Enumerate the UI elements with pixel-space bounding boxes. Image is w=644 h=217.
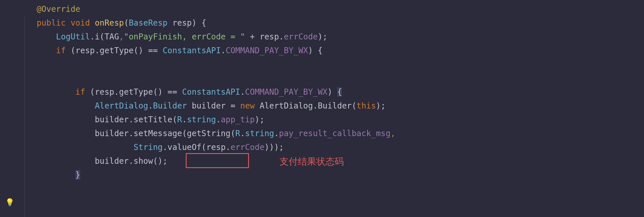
keyword-public: public bbox=[37, 18, 66, 28]
line-end: ); bbox=[255, 115, 264, 124]
code-area[interactable]: @Override public void onResp(BaseResp re… bbox=[17, 0, 644, 217]
r-class: R bbox=[235, 129, 240, 138]
field-ref: app_tip bbox=[221, 115, 255, 124]
code-line: } bbox=[17, 168, 644, 182]
keyword-this: this bbox=[356, 101, 376, 111]
gutter: 💡 bbox=[0, 0, 17, 217]
code-line: if (resp.getType() == ConstantsAPI.COMMA… bbox=[17, 44, 644, 58]
method-call: builder.show(); bbox=[95, 156, 168, 166]
keyword-if: if bbox=[75, 87, 85, 97]
class-ref: ConstantsAPI bbox=[182, 87, 240, 97]
dot: . bbox=[240, 87, 245, 97]
ctor: AlertDialog bbox=[260, 101, 313, 111]
dot: . bbox=[216, 115, 221, 124]
param-type: BaseResp bbox=[129, 18, 168, 28]
dot: . bbox=[313, 101, 318, 111]
brace: { bbox=[197, 18, 206, 28]
line-end: ))); bbox=[264, 142, 284, 152]
string-class: string bbox=[245, 129, 274, 138]
dot: . bbox=[279, 32, 284, 41]
dot: . bbox=[274, 129, 279, 138]
expr: + resp bbox=[245, 32, 279, 41]
keyword-new: new bbox=[240, 101, 255, 111]
field-ref: errCode bbox=[284, 32, 318, 41]
paren: ) bbox=[327, 87, 337, 97]
constant-ref: COMMAND_PAY_BY_WX bbox=[245, 87, 327, 97]
string-class: string bbox=[187, 115, 216, 124]
code-line: LogUtil.i(TAG,"onPayFinish, errCode = " … bbox=[17, 30, 644, 44]
string-literal: "onPayFinish, errCode = " bbox=[124, 32, 245, 41]
r-class: R bbox=[177, 115, 182, 124]
line-end: ); bbox=[318, 32, 327, 41]
line-end: ); bbox=[376, 101, 386, 111]
expr: (resp.getType() == bbox=[85, 87, 182, 97]
comma: , bbox=[119, 32, 124, 41]
code-line: builder.setMessage(getString(R.string.pa… bbox=[17, 127, 644, 140]
brace-highlight: { bbox=[337, 87, 342, 97]
param-name: resp bbox=[168, 18, 192, 28]
code-line-blank bbox=[17, 71, 644, 85]
method-call: i( bbox=[95, 32, 105, 41]
class-ref: LogUtil bbox=[56, 32, 90, 41]
dot: . bbox=[182, 115, 187, 124]
var-decl: builder = bbox=[187, 101, 240, 111]
code-line: String.valueOf(resp.errCode))); bbox=[17, 140, 644, 154]
code-line: AlertDialog.Builder builder = new AlertD… bbox=[17, 99, 644, 113]
annotation-label: 支付结果状态码 bbox=[279, 155, 344, 168]
arg: TAG bbox=[104, 32, 119, 41]
paren: ( bbox=[124, 18, 129, 28]
paren: ) bbox=[192, 18, 197, 28]
method-call: builder.setMessage(getString( bbox=[95, 129, 235, 138]
lightbulb-icon[interactable]: 💡 bbox=[5, 198, 14, 207]
comma: , bbox=[390, 129, 395, 138]
brace-highlight: } bbox=[75, 170, 80, 180]
type-ref: AlertDialog bbox=[95, 101, 148, 111]
ctor: Builder bbox=[318, 101, 352, 111]
dot: . bbox=[240, 129, 245, 138]
dot: . bbox=[148, 101, 153, 111]
field-ref: errCode bbox=[231, 142, 264, 152]
field-ref: pay_result_callback_msg bbox=[279, 129, 390, 138]
class-ref: ConstantsAPI bbox=[163, 46, 221, 55]
type-ref: Builder bbox=[153, 101, 187, 111]
class-ref: String bbox=[134, 142, 163, 152]
code-line: builder.setTitle(R.string.app_tip); bbox=[17, 113, 644, 127]
keyword-if: if bbox=[56, 46, 66, 55]
indent-guide bbox=[24, 16, 25, 217]
dot: . bbox=[226, 142, 231, 152]
method-name: onResp bbox=[95, 18, 124, 28]
annotation: @Override bbox=[37, 4, 80, 14]
constant-ref: COMMAND_PAY_BY_WX bbox=[226, 46, 308, 55]
keyword-void: void bbox=[70, 18, 90, 28]
space bbox=[255, 101, 260, 111]
obj-ref: resp bbox=[206, 142, 225, 152]
code-line: public void onResp(BaseResp resp) { bbox=[17, 16, 644, 30]
expr: (resp.getType() == bbox=[66, 46, 163, 55]
method-call: .valueOf( bbox=[163, 142, 206, 152]
dot: . bbox=[221, 46, 226, 55]
code-line-blank bbox=[17, 58, 644, 71]
code-line: if (resp.getType() == ConstantsAPI.COMMA… bbox=[17, 85, 644, 99]
paren: ( bbox=[352, 101, 356, 111]
code-line: @Override bbox=[17, 2, 644, 16]
dot: . bbox=[90, 32, 95, 41]
line-end: ) { bbox=[308, 46, 323, 55]
code-editor[interactable]: 💡 @Override public void onResp(BaseResp … bbox=[0, 0, 644, 217]
method-call: builder.setTitle( bbox=[95, 115, 177, 124]
